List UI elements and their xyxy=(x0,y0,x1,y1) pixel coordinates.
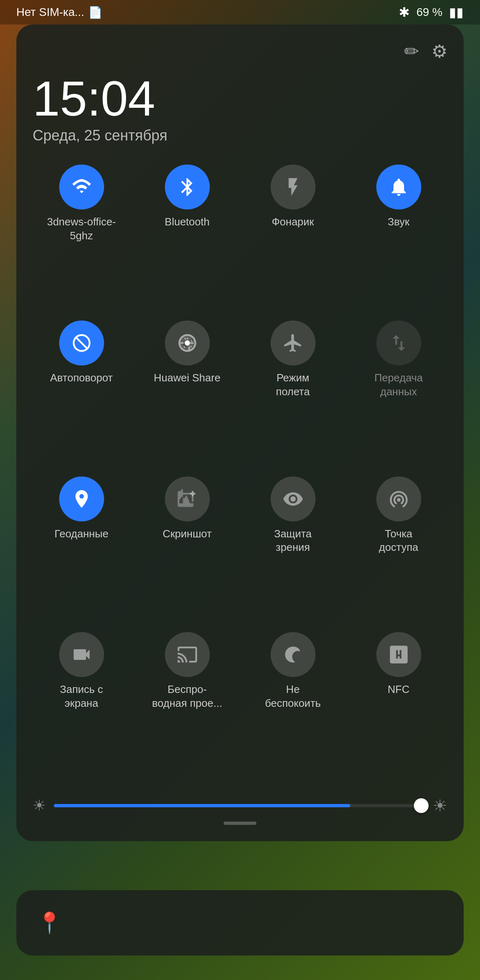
qs-dnd-label: Небеспокоить xyxy=(265,683,321,710)
qs-hotspot-icon xyxy=(376,477,421,521)
svg-point-2 xyxy=(184,340,190,345)
qs-sound[interactable]: Звук xyxy=(350,165,447,308)
sim-status: Нет SIM-ка... xyxy=(16,6,84,19)
qs-wireless-proj[interactable]: Беспро-водная прое... xyxy=(138,632,236,776)
qs-geodata-icon xyxy=(59,477,104,521)
qs-nfc-icon xyxy=(376,632,421,677)
qs-wireless-proj-label: Беспро-водная прое... xyxy=(152,683,222,710)
qs-screen-record-icon xyxy=(59,632,104,677)
qs-eye-protection[interactable]: Защитазрения xyxy=(244,477,342,620)
qs-bluetooth-label: Bluetooth xyxy=(165,215,210,229)
sim-icon: 📄 xyxy=(88,6,102,19)
qs-screen-record[interactable]: Запись сэкрана xyxy=(33,632,130,776)
qs-huawei-share[interactable]: Huawei Share xyxy=(138,321,236,464)
qs-wireless-proj-icon xyxy=(165,632,210,677)
qs-screenshot-label: Скриншот xyxy=(162,527,211,541)
settings-icon[interactable]: ⚙ xyxy=(431,41,447,62)
brightness-knob[interactable] xyxy=(414,798,429,813)
qs-sound-label: Звук xyxy=(388,215,409,229)
qs-screen-record-label: Запись сэкрана xyxy=(60,683,103,710)
qs-autorotate[interactable]: Автоповорот xyxy=(33,321,130,464)
quick-settings-grid: 3dnews-office-5ghz Bluetooth Фонарик Зву… xyxy=(33,165,447,776)
handle-bar xyxy=(224,822,256,825)
qs-autorotate-label: Автоповорот xyxy=(50,371,113,385)
status-right: ✱ 69 % ▮▮ xyxy=(399,4,464,20)
brightness-bar[interactable] xyxy=(54,804,424,807)
date-display: Среда, 25 сентября xyxy=(33,127,447,144)
qs-geodata[interactable]: Геоданные xyxy=(33,477,130,620)
qs-data-transfer-label: Передачаданных xyxy=(374,371,423,399)
bluetooth-status-icon: ✱ xyxy=(399,4,410,20)
qs-screenshot[interactable]: Скриншот xyxy=(138,477,236,620)
svg-line-1 xyxy=(75,337,87,349)
qs-eye-protection-icon xyxy=(271,477,316,521)
panel-header: ✏ ⚙ xyxy=(33,41,447,62)
qs-wifi-icon xyxy=(59,165,104,209)
qs-wifi[interactable]: 3dnews-office-5ghz xyxy=(33,165,130,308)
edit-icon[interactable]: ✏ xyxy=(404,41,419,62)
qs-huawei-share-icon xyxy=(165,321,210,365)
panel-handle xyxy=(33,822,447,825)
qs-data-transfer-icon xyxy=(376,321,421,365)
qs-geodata-label: Геоданные xyxy=(54,527,108,541)
qs-eye-protection-label: Защитазрения xyxy=(274,527,311,555)
qs-hotspot-label: Точкадоступа xyxy=(379,527,418,555)
qs-bluetooth[interactable]: Bluetooth xyxy=(138,165,236,308)
qs-flashlight-icon xyxy=(271,165,316,209)
qs-airplane-icon xyxy=(271,321,316,365)
battery-icon: ▮▮ xyxy=(449,4,464,20)
qs-nfc-label: NFC xyxy=(388,683,409,697)
qs-nfc[interactable]: NFC xyxy=(350,632,447,776)
qs-airplane[interactable]: Режимполета xyxy=(244,321,342,464)
brightness-fill xyxy=(54,804,350,807)
qs-bluetooth-icon xyxy=(165,165,210,209)
bottom-dock: 📍 xyxy=(16,890,464,956)
dock-location-icon[interactable]: 📍 xyxy=(37,911,62,935)
brightness-low-icon: ☀ xyxy=(33,797,46,814)
time-display: 15:04 xyxy=(33,74,447,123)
qs-sound-icon xyxy=(376,165,421,209)
qs-screenshot-icon xyxy=(165,477,210,521)
qs-flashlight[interactable]: Фонарик xyxy=(244,165,342,308)
qs-flashlight-label: Фонарик xyxy=(272,215,314,229)
notification-panel: ✏ ⚙ 15:04 Среда, 25 сентября 3dnews-offi… xyxy=(16,24,464,841)
qs-autorotate-icon xyxy=(59,321,104,365)
qs-huawei-share-label: Huawei Share xyxy=(154,371,220,385)
battery-level: 69 % xyxy=(416,6,442,19)
status-left: Нет SIM-ка... 📄 xyxy=(16,6,102,19)
brightness-row: ☀ ☀ xyxy=(33,788,447,815)
qs-data-transfer[interactable]: Передачаданных xyxy=(350,321,447,464)
qs-dnd-icon xyxy=(271,632,316,677)
qs-dnd[interactable]: Небеспокоить xyxy=(244,632,342,776)
brightness-high-icon: ☀ xyxy=(433,796,447,815)
qs-hotspot[interactable]: Точкадоступа xyxy=(350,477,447,620)
qs-airplane-label: Режимполета xyxy=(276,371,310,399)
status-bar: Нет SIM-ка... 📄 ✱ 69 % ▮▮ xyxy=(0,0,480,24)
qs-wifi-label: 3dnews-office-5ghz xyxy=(47,215,116,243)
